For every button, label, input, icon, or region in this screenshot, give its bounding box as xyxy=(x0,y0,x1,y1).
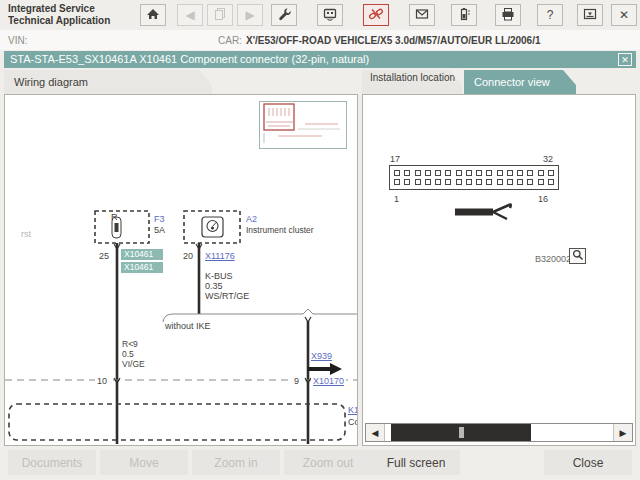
connector-pin xyxy=(507,170,513,176)
full-screen-button[interactable]: Full screen xyxy=(372,450,460,475)
pin-corner-label-32: 32 xyxy=(543,154,553,164)
tab-connector-view[interactable]: Connector view xyxy=(464,70,576,94)
tab-wiring-diagram[interactable]: Wiring diagram xyxy=(4,70,212,94)
documents-button[interactable]: Documents xyxy=(8,450,96,475)
wire-label: WS/RT/GE xyxy=(205,291,249,301)
forward-button[interactable]: ▶ xyxy=(237,4,263,26)
fuse-link[interactable]: F3 xyxy=(154,214,165,224)
horizontal-scrollbar[interactable]: ◀ ▶ xyxy=(365,423,633,442)
wire-label: K-BUS xyxy=(205,271,233,281)
ista-application-window: Integrated Service Technical Application… xyxy=(0,0,640,480)
zoom-in-button[interactable]: Zoom in xyxy=(192,450,280,475)
dialog-close-icon: ✕ xyxy=(621,55,629,65)
vin-label: VIN: xyxy=(8,35,27,46)
fuse-designator: R xyxy=(111,212,118,222)
hands-on-display-icon xyxy=(322,6,338,25)
connector-pin xyxy=(445,170,451,176)
fuse-pin-number: 25 xyxy=(99,251,109,261)
wiring-diagram-panel[interactable]: rst R F3 5A 25 X10461 X10461 A2 Instrume… xyxy=(4,94,358,446)
tab-installation-location[interactable]: Installation location xyxy=(362,70,462,94)
battery-icon xyxy=(456,6,472,25)
highlighted-connector-tag[interactable]: X10461 xyxy=(121,249,163,260)
connector-pin xyxy=(538,170,544,176)
app-title-line2: Technical Application xyxy=(8,15,110,27)
connector-link-x10170[interactable]: X10170 xyxy=(311,376,346,386)
connector-orientation-key-icon xyxy=(453,201,513,223)
connector-pin xyxy=(486,179,492,185)
workshop-button[interactable] xyxy=(271,4,297,26)
close-button-label: Close xyxy=(573,456,604,470)
connector-pin xyxy=(548,170,554,176)
scrollbar-track[interactable] xyxy=(385,424,613,441)
close-button[interactable]: Close xyxy=(544,450,632,475)
connector-pin xyxy=(476,179,482,185)
close-app-button[interactable]: ✕ xyxy=(611,4,637,26)
connector-pin xyxy=(527,170,533,176)
fuse-rating: 5A xyxy=(154,225,165,235)
cluster-link[interactable]: A2 xyxy=(246,214,257,224)
connector-view-panel: 17 32 1 16 B320002 ◀ ▶ xyxy=(362,94,636,446)
copy-document-button[interactable] xyxy=(207,4,233,26)
connector-link-x11176[interactable]: X11176 xyxy=(205,251,235,261)
connector-pin xyxy=(445,179,451,185)
connector-pin xyxy=(466,170,472,176)
print-button[interactable] xyxy=(495,4,521,26)
cluster-name: Instrument cluster xyxy=(246,225,314,235)
component-label-clipped: Con xyxy=(348,417,358,427)
home-button[interactable] xyxy=(140,4,166,26)
connector-pin-grid xyxy=(389,165,559,190)
display-button[interactable] xyxy=(317,4,343,26)
zoom-out-button[interactable]: Zoom out xyxy=(284,450,372,475)
minimize-window-icon xyxy=(582,6,598,25)
image-id-label: B320002 xyxy=(535,254,571,264)
connector-pin xyxy=(527,179,533,185)
connector-pin xyxy=(497,179,503,185)
pin-corner-label-1: 1 xyxy=(394,194,399,204)
connector-pin xyxy=(415,179,421,185)
zoom-image-button[interactable] xyxy=(569,248,586,264)
back-arrow-icon: ◀ xyxy=(185,8,194,22)
scrollbar-thumb[interactable] xyxy=(391,424,531,441)
component-link-k15[interactable]: K15 xyxy=(348,405,358,415)
connector-pin xyxy=(456,179,462,185)
vin-bar: VIN: CAR: X'/E53/OFF-ROAD VEHICLE/X5 3.0… xyxy=(0,30,640,50)
battery-button[interactable] xyxy=(451,4,477,26)
mail-button[interactable] xyxy=(409,4,435,26)
connector-pin xyxy=(497,170,503,176)
wire-label: 0.35 xyxy=(205,281,223,291)
back-button[interactable]: ◀ xyxy=(177,4,203,26)
documents-button-label: Documents xyxy=(22,456,83,470)
car-value: X'/E53/OFF-ROAD VEHICLE/X5 3.0d/M57/AUTO… xyxy=(246,35,541,46)
pin-number-9: 9 xyxy=(292,376,301,386)
help-button[interactable]: ? xyxy=(537,4,563,26)
connector-pin xyxy=(517,179,523,185)
connector-pin xyxy=(425,179,431,185)
full-screen-button-label: Full screen xyxy=(387,456,446,470)
move-button[interactable]: Move xyxy=(100,450,188,475)
dialog-close-button[interactable]: ✕ xyxy=(618,53,632,66)
connector-pin xyxy=(435,179,441,185)
connector-link-x939[interactable]: X939 xyxy=(311,351,332,361)
app-title-line1: Integrated Service xyxy=(8,3,110,15)
highlighted-connector-tag[interactable]: X10461 xyxy=(121,262,163,273)
zoom-out-button-label: Zoom out xyxy=(303,456,354,470)
app-title: Integrated Service Technical Application xyxy=(8,3,110,27)
diagram-overview-thumbnail[interactable] xyxy=(259,101,347,149)
scroll-left-icon: ◀ xyxy=(372,428,379,438)
scroll-left-button[interactable]: ◀ xyxy=(366,424,385,441)
home-icon xyxy=(145,6,161,25)
cluster-pin-number: 20 xyxy=(183,251,193,261)
connector-pin xyxy=(517,170,523,176)
connection-alert-button[interactable] xyxy=(363,4,389,26)
branch-condition-label: without IKE xyxy=(165,321,211,331)
connector-pin xyxy=(456,170,462,176)
connector-pin xyxy=(548,179,554,185)
minimize-window-button[interactable] xyxy=(577,4,603,26)
main-toolbar: Integrated Service Technical Application… xyxy=(0,0,640,30)
connector-pin xyxy=(425,170,431,176)
clipped-edge-label: rst xyxy=(21,229,31,239)
scroll-right-button[interactable]: ▶ xyxy=(613,424,632,441)
pin-number-10: 10 xyxy=(95,376,109,386)
broken-link-icon xyxy=(368,6,384,25)
connector-pin xyxy=(476,170,482,176)
